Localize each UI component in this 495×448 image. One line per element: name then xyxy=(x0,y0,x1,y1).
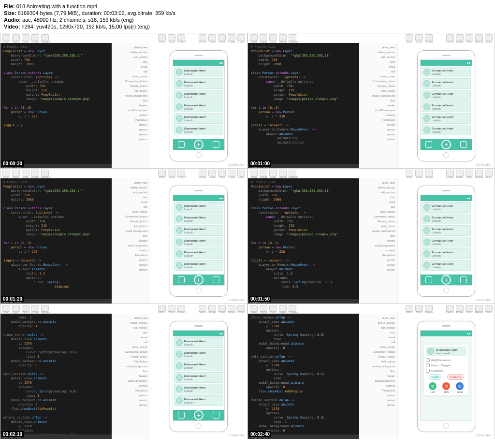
outline-item[interactable]: edit_section xyxy=(361,55,396,59)
list-item[interactable]: Emmanuel HenriLinkedIn xyxy=(174,78,223,89)
outline-item[interactable]: delete_section xyxy=(113,50,148,55)
layer-outline[interactable]: detail_viewdelete_sectionedit_sectionsms… xyxy=(112,178,150,304)
outline-item[interactable]: PeopleList xyxy=(113,388,148,393)
outline-item[interactable]: Companies_button xyxy=(361,214,396,219)
outline-item[interactable]: header xyxy=(361,238,396,243)
layer-outline[interactable]: detail_viewdelete_sectionedit_sectionsms… xyxy=(112,314,150,439)
outline-item[interactable]: sms xyxy=(113,330,148,335)
layer-outline[interactable]: detail_viewdelete_sectionedit_sectionsms… xyxy=(359,178,398,304)
outline-item[interactable]: Companies_button xyxy=(113,79,148,84)
list-item[interactable]: Emmanuel HenriLinkedIn xyxy=(174,225,223,236)
outline-item[interactable]: People_button xyxy=(113,219,148,224)
outline-item[interactable]: modal_background xyxy=(361,364,396,369)
list-item[interactable]: Emmanuel HenriLinkedIn xyxy=(174,349,223,360)
outline-item[interactable]: content xyxy=(113,383,148,388)
outline-item[interactable]: Add_button xyxy=(113,359,148,364)
add-button[interactable]: + xyxy=(194,275,204,285)
list-item[interactable]: Emmanuel HenriLinkedIn xyxy=(174,384,223,394)
outline-item[interactable]: sms xyxy=(113,195,148,200)
outline-item[interactable]: Add_button xyxy=(113,88,148,93)
code-editor[interactable]: # People list PeopleList = new Layer bac… xyxy=(248,178,359,304)
outline-item[interactable]: content xyxy=(113,113,148,117)
outline-item[interactable]: detail_view xyxy=(113,180,148,185)
outline-item[interactable]: flow xyxy=(113,233,148,238)
outline-item[interactable]: modal_background xyxy=(113,229,148,233)
outline-item[interactable]: modal_background xyxy=(361,93,396,98)
outline-item[interactable]: sms xyxy=(361,195,396,200)
list-item[interactable]: Emmanuel HenriLinkedIn xyxy=(422,113,471,124)
outline-item[interactable]: Add_button xyxy=(361,224,396,229)
list-item[interactable]: Emmanuel HenriLinkedIn xyxy=(174,260,223,271)
outline-item[interactable]: close_corner xyxy=(113,345,148,349)
outline-item[interactable]: person xyxy=(361,262,396,267)
outline-item[interactable]: Add_button xyxy=(113,224,148,229)
list-item[interactable]: Emmanuel HenriLinkedIn xyxy=(422,78,471,89)
add-button[interactable]: + xyxy=(194,140,204,149)
outline-item[interactable]: PeopleList xyxy=(113,253,148,258)
outline-item[interactable]: sms xyxy=(361,330,396,335)
outline-item[interactable]: delete_section xyxy=(361,50,396,55)
outline-item[interactable]: Companies_button xyxy=(361,349,396,354)
outline-item[interactable]: person xyxy=(361,258,396,262)
outline-item[interactable]: email xyxy=(113,64,148,69)
people-list[interactable]: Emmanuel HenriLinkedIn Emmanuel HenriLin… xyxy=(173,201,224,275)
outline-item[interactable]: People_button xyxy=(361,354,396,359)
outline-item[interactable]: scrollComponent xyxy=(113,108,148,113)
outline-item[interactable]: PeopleList xyxy=(361,253,396,258)
outline-item[interactable]: delete_section xyxy=(361,185,396,190)
outline-item[interactable]: PeopleList xyxy=(113,117,148,122)
companies-icon[interactable] xyxy=(213,276,219,283)
outline-item[interactable]: flow xyxy=(361,233,396,238)
list-item[interactable]: Emmanuel HenriLinkedIn xyxy=(422,237,471,247)
outline-item[interactable]: person xyxy=(113,258,148,262)
outline-item[interactable]: People_button xyxy=(361,219,396,224)
outline-item[interactable]: header xyxy=(361,103,396,108)
outline-item[interactable]: close_corner xyxy=(113,74,148,79)
outline-item[interactable]: close_corner xyxy=(361,345,396,349)
companies-icon[interactable] xyxy=(213,141,219,148)
outline-item[interactable]: PeopleList xyxy=(361,388,396,393)
list-item[interactable]: Emmanuel HenriLinkedIn xyxy=(422,214,471,224)
outline-item[interactable]: PeopleList xyxy=(361,117,396,122)
code-editor[interactable]: # People list PeopleList = new Layer bac… xyxy=(0,178,112,304)
code-editor[interactable]: # People list PeopleList = new Layer bac… xyxy=(0,43,112,169)
list-item[interactable]: Emmanuel HenriLinkedIn xyxy=(174,202,223,213)
list-item[interactable]: Emmanuel HenriLinkedIn xyxy=(174,214,223,224)
code-editor[interactable]: close_corner.onTap -> detail_view.animat… xyxy=(248,314,359,439)
code-editor[interactable]: time: 1 modal_background.animate opacity… xyxy=(0,314,112,439)
outline-item[interactable]: person xyxy=(113,122,148,127)
outline-item[interactable]: call xyxy=(113,340,148,345)
outline-item[interactable]: close_corner xyxy=(361,74,396,79)
list-item[interactable]: Emmanuel HenriLinkedIn xyxy=(174,101,223,112)
outline-item[interactable]: edit_section xyxy=(113,55,148,59)
outline-item[interactable]: header xyxy=(361,374,396,378)
outline-item[interactable]: People_button xyxy=(361,84,396,88)
outline-item[interactable]: call xyxy=(361,69,396,74)
layer-outline[interactable]: detail_viewdelete_sectionedit_sectionsms… xyxy=(359,314,398,439)
list-item[interactable]: Emmanuel HenriLinkedIn xyxy=(422,90,471,101)
outline-item[interactable]: person xyxy=(113,398,148,403)
outline-item[interactable]: detail_view xyxy=(361,180,396,185)
outline-item[interactable]: scrollComponent xyxy=(113,243,148,248)
outline-item[interactable]: scrollComponent xyxy=(361,243,396,248)
outline-item[interactable]: detail_view xyxy=(361,45,396,50)
outline-item[interactable]: sms xyxy=(361,59,396,64)
list-item[interactable]: Emmanuel HenriLinkedIn xyxy=(174,337,223,348)
outline-item[interactable]: content xyxy=(113,248,148,253)
add-button[interactable]: + xyxy=(441,140,451,149)
people-list[interactable]: Emmanuel HenriLinkedIn Emmanuel HenriLin… xyxy=(173,66,224,139)
outline-item[interactable]: delete_section xyxy=(361,320,396,325)
outline-item[interactable]: detail_view xyxy=(113,316,148,320)
list-item[interactable]: Emmanuel HenriLinkedIn xyxy=(174,113,223,124)
outline-item[interactable]: edit_section xyxy=(113,325,148,330)
outline-item[interactable]: Companies_button xyxy=(113,214,148,219)
outline-item[interactable]: flow xyxy=(361,98,396,103)
add-button[interactable]: + xyxy=(194,410,204,420)
outline-item[interactable]: person xyxy=(113,393,148,398)
delete-button[interactable]: ✕ DELETE xyxy=(447,374,464,380)
outline-item[interactable]: header xyxy=(113,238,148,243)
list-item[interactable]: Emmanuel HenriLinkedIn xyxy=(174,361,223,371)
outline-item[interactable]: Companies_button xyxy=(113,349,148,354)
list-item[interactable]: Emmanuel HenriLinkedIn xyxy=(422,125,471,135)
companies-icon[interactable] xyxy=(460,276,467,283)
